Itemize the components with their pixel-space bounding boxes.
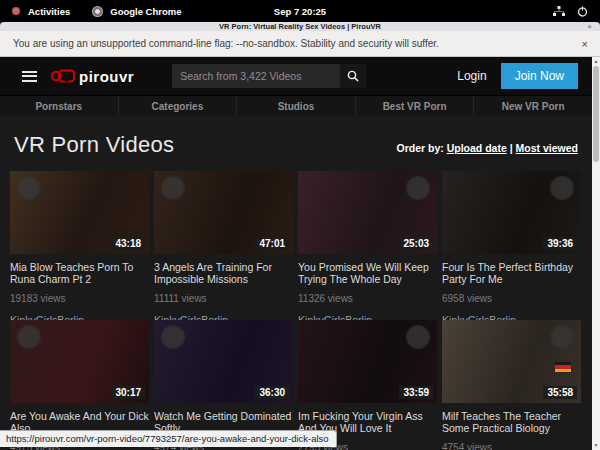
scroll-up-arrow-icon[interactable]: ▲ bbox=[592, 57, 600, 66]
search-button[interactable] bbox=[340, 64, 366, 88]
logo-text: pirouvr bbox=[79, 68, 134, 85]
site-logo[interactable]: pirouvr bbox=[51, 68, 134, 85]
video-views: 11111 views bbox=[154, 293, 293, 304]
video-title[interactable]: Four Is The Perfect Birthday Party For M… bbox=[442, 261, 581, 285]
system-clock[interactable]: Sep 7 20:25 bbox=[0, 6, 600, 17]
link-status-bubble: https://pirouvr.com/vr-porn-video/779325… bbox=[0, 430, 337, 447]
studio-watermark-icon bbox=[550, 325, 574, 349]
studio-watermark-icon bbox=[17, 176, 41, 200]
nav-categories[interactable]: Categories bbox=[119, 96, 238, 116]
activities-button[interactable]: Activities bbox=[28, 6, 70, 17]
video-thumbnail[interactable]: 39:36 bbox=[442, 171, 581, 254]
join-now-button[interactable]: Join Now bbox=[501, 63, 578, 89]
duration-badge: 25:03 bbox=[399, 237, 433, 250]
nav-best-vr[interactable]: Best VR Porn bbox=[356, 96, 475, 116]
studio-watermark-icon bbox=[161, 325, 185, 349]
search-input[interactable] bbox=[172, 64, 340, 88]
video-views: 19183 views bbox=[10, 293, 149, 304]
video-title[interactable]: You Promised We Will Keep Trying The Who… bbox=[298, 261, 437, 285]
duration-badge: 39:36 bbox=[543, 237, 577, 250]
search-bar bbox=[172, 64, 366, 88]
studio-watermark-icon bbox=[406, 176, 430, 200]
nav-pornstars[interactable]: Pornstars bbox=[0, 96, 119, 116]
video-card: 39:36 Four Is The Perfect Birthday Party… bbox=[442, 171, 581, 326]
nav-studios[interactable]: Studios bbox=[237, 96, 356, 116]
duration-badge: 33:59 bbox=[399, 386, 433, 399]
site-header: pirouvr Login Join Now bbox=[0, 57, 592, 95]
video-title[interactable]: Milf Teaches The Teacher Some Practical … bbox=[442, 410, 581, 434]
scrollbar-thumb[interactable] bbox=[593, 66, 599, 162]
duration-badge: 36:30 bbox=[255, 386, 289, 399]
duration-badge: 43:18 bbox=[111, 237, 145, 250]
video-views: 4754 views bbox=[442, 442, 581, 450]
video-views: 6958 views bbox=[442, 293, 581, 304]
video-title[interactable]: Mia Blow Teaches Porn To Runa Charm Pt 2 bbox=[10, 261, 149, 285]
studio-watermark-icon bbox=[161, 176, 185, 200]
vr-goggles-icon bbox=[51, 69, 75, 83]
video-thumbnail[interactable]: 30:17 bbox=[10, 320, 149, 403]
video-card: 47:01 3 Angels Are Training For Impossib… bbox=[154, 171, 293, 326]
video-card: 25:03 You Promised We Will Keep Trying T… bbox=[298, 171, 437, 326]
page-title: VR Porn Videos bbox=[14, 132, 174, 158]
duration-badge: 35:58 bbox=[543, 386, 577, 399]
page-viewport: pirouvr Login Join Now Pornstars Categor… bbox=[0, 57, 592, 450]
scroll-down-arrow-icon[interactable]: ▼ bbox=[592, 441, 600, 450]
chrome-app-icon bbox=[92, 6, 103, 17]
video-thumbnail[interactable]: 36:30 bbox=[154, 320, 293, 403]
browser-scrollbar[interactable]: ▲ ▼ bbox=[592, 57, 600, 450]
video-views: 11326 views bbox=[298, 293, 437, 304]
video-card: 43:18 Mia Blow Teaches Porn To Runa Char… bbox=[10, 171, 149, 326]
chrome-infobar: You are using an unsupported command-lin… bbox=[0, 31, 600, 57]
video-grid-row-1: 43:18 Mia Blow Teaches Porn To Runa Char… bbox=[10, 171, 582, 326]
order-by-most-viewed[interactable]: Most viewed bbox=[516, 142, 578, 154]
video-thumbnail[interactable]: 47:01 bbox=[154, 171, 293, 254]
main-nav: Pornstars Categories Studios Best VR Por… bbox=[0, 95, 592, 116]
menu-hamburger-icon[interactable] bbox=[22, 68, 37, 84]
video-title[interactable]: 3 Angels Are Training For Impossible Mis… bbox=[154, 261, 293, 285]
video-thumbnail[interactable]: 35:58 bbox=[442, 320, 581, 403]
video-thumbnail[interactable]: 43:18 bbox=[10, 171, 149, 254]
system-top-bar: Activities Google Chrome Sep 7 20:25 bbox=[0, 0, 600, 22]
video-card: 35:58 Milf Teaches The Teacher Some Prac… bbox=[442, 320, 581, 450]
browser-tab-strip: VR Porn: Virtual Reality Sex Videos | Pi… bbox=[0, 22, 600, 31]
studio-watermark-icon bbox=[17, 325, 41, 349]
infobar-message: You are using an unsupported command-lin… bbox=[0, 38, 439, 49]
login-link[interactable]: Login bbox=[457, 69, 486, 83]
duration-badge: 47:01 bbox=[255, 237, 289, 250]
video-thumbnail[interactable]: 33:59 bbox=[298, 320, 437, 403]
order-by-label: Order by: bbox=[397, 142, 444, 154]
order-by-upload-date[interactable]: Upload date bbox=[447, 142, 507, 154]
infobar-close-icon[interactable]: × bbox=[582, 38, 588, 50]
tab-title[interactable]: VR Porn: Virtual Reality Sex Videos | Pi… bbox=[219, 22, 381, 31]
tab-close-icon[interactable]: × bbox=[587, 22, 592, 31]
studio-watermark-icon bbox=[550, 176, 574, 200]
nav-new-vr[interactable]: New VR Porn bbox=[474, 96, 592, 116]
search-icon bbox=[347, 70, 359, 82]
recording-indicator-icon bbox=[12, 7, 20, 15]
power-icon[interactable] bbox=[577, 6, 588, 17]
studio-watermark-icon bbox=[406, 325, 430, 349]
focused-app-menu[interactable]: Google Chrome bbox=[110, 6, 181, 17]
video-thumbnail[interactable]: 25:03 bbox=[298, 171, 437, 254]
order-by: Order by: Upload date | Most viewed bbox=[397, 142, 579, 158]
germany-flag-icon bbox=[555, 362, 571, 372]
duration-badge: 30:17 bbox=[111, 386, 145, 399]
desktop-screen: Activities Google Chrome Sep 7 20:25 VR … bbox=[0, 0, 600, 450]
network-icon[interactable] bbox=[553, 6, 565, 17]
